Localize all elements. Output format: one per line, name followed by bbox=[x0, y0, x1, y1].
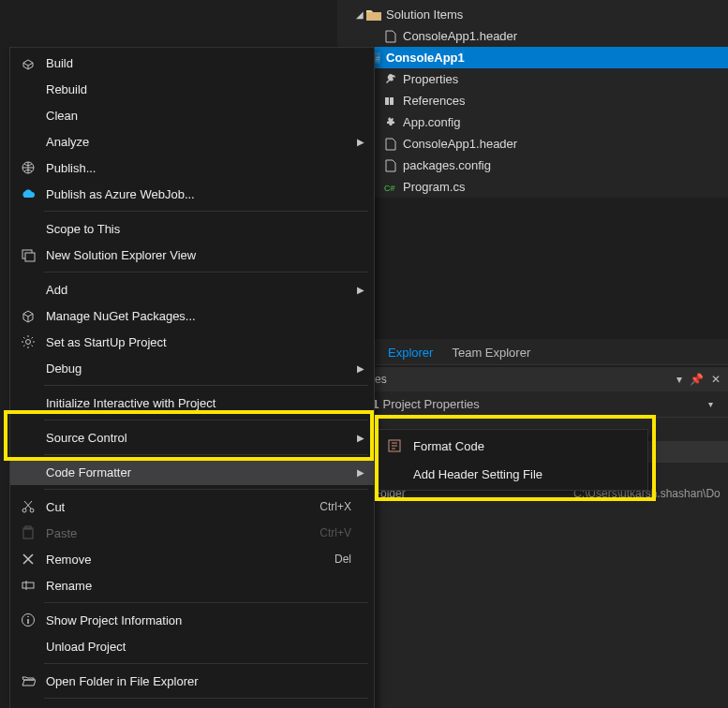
menu-separator bbox=[44, 489, 368, 490]
tree-item-appconfig[interactable]: App.config bbox=[337, 111, 728, 133]
tree-item-project-selected[interactable]: ◢ C# ConsoleApp1 bbox=[337, 47, 728, 68]
menu-item-clean[interactable]: Clean bbox=[10, 102, 374, 128]
menu-item-show-project-information[interactable]: Show Project Information bbox=[10, 607, 374, 633]
nuget-icon bbox=[16, 306, 40, 325]
globe-icon bbox=[16, 158, 40, 177]
svg-text:C#: C# bbox=[384, 184, 395, 193]
submenu-arrow-icon: ▶ bbox=[351, 137, 364, 147]
rename-icon bbox=[16, 576, 40, 595]
menu-item-label: Cut bbox=[40, 500, 319, 514]
menu-item-manage-nuget-packages[interactable]: Manage NuGet Packages... bbox=[10, 302, 374, 329]
menu-item-label: Manage NuGet Packages... bbox=[40, 309, 351, 323]
tree-label: Solution Items bbox=[386, 7, 463, 22]
properties-object-selector[interactable]: App1 Project Properties ▾ bbox=[337, 391, 728, 418]
menu-item-rename[interactable]: Rename bbox=[10, 572, 374, 598]
menu-item-label: Rename bbox=[40, 579, 351, 593]
menu-item-label: Clean bbox=[40, 109, 351, 123]
menu-item-remove[interactable]: RemoveDel bbox=[10, 546, 374, 572]
menu-item-label: Set as StartUp Project bbox=[40, 335, 351, 349]
pin-icon[interactable]: 📌 bbox=[690, 373, 704, 386]
info-icon bbox=[16, 611, 40, 629]
config-file-icon bbox=[382, 158, 399, 173]
solution-explorer-tree: ◢ Solution Items ConsoleApp1.header ◢ C#… bbox=[337, 0, 728, 198]
chevron-down-icon: ▾ bbox=[708, 399, 722, 409]
menu-item-properties[interactable]: PropertiesAlt+Enter bbox=[10, 702, 374, 708]
menu-item-label: Publish as Azure WebJob... bbox=[40, 187, 351, 201]
tree-label: packages.config bbox=[403, 158, 491, 172]
tree-item-packages[interactable]: packages.config bbox=[337, 155, 728, 176]
menu-separator bbox=[44, 211, 368, 212]
menu-item-unload-project[interactable]: Unload Project bbox=[10, 633, 374, 659]
tree-item-header-file[interactable]: ConsoleApp1.header bbox=[337, 25, 728, 47]
menu-item-label: Remove bbox=[40, 553, 334, 567]
menu-separator bbox=[44, 663, 368, 664]
properties-header-label: es bbox=[375, 373, 387, 386]
menu-item-paste: PasteCtrl+V bbox=[10, 520, 374, 546]
expand-toggle-icon[interactable]: ◢ bbox=[354, 9, 365, 20]
menu-separator bbox=[44, 420, 368, 420]
tab-team-explorer[interactable]: Team Explorer bbox=[442, 341, 540, 364]
tree-item-solution-items[interactable]: ◢ Solution Items bbox=[337, 4, 728, 25]
close-icon[interactable]: ✕ bbox=[711, 373, 721, 386]
menu-item-source-control[interactable]: Source Control▶ bbox=[10, 424, 374, 450]
tree-label: Program.cs bbox=[403, 180, 465, 194]
submenu-arrow-icon: ▶ bbox=[351, 363, 364, 374]
menu-item-initialize-interactive-with-project[interactable]: Initialize Interactive with Project bbox=[10, 390, 374, 416]
menu-item-label: Source Control bbox=[40, 431, 351, 445]
blank-icon bbox=[16, 280, 40, 299]
panel-tabstrip: Explorer Team Explorer bbox=[337, 339, 728, 365]
menu-item-label: Add bbox=[40, 283, 351, 297]
menu-item-label: Initialize Interactive with Project bbox=[40, 396, 351, 410]
menu-item-label: Build bbox=[40, 56, 351, 70]
csharp-file-icon: C# bbox=[382, 180, 399, 195]
menu-separator bbox=[44, 602, 368, 603]
blank-icon bbox=[16, 637, 40, 656]
references-icon bbox=[382, 94, 399, 109]
tree-label: ConsoleApp1 bbox=[386, 51, 465, 65]
tree-label: App.config bbox=[403, 115, 460, 129]
svg-rect-3 bbox=[390, 97, 394, 105]
tab-explorer[interactable]: Explorer bbox=[379, 341, 442, 364]
menu-item-set-as-startup-project[interactable]: Set as StartUp Project bbox=[10, 329, 374, 355]
menu-item-publish-as-azure-webjob[interactable]: Publish as Azure WebJob... bbox=[10, 181, 374, 207]
menu-item-scope-to-this[interactable]: Scope to This bbox=[10, 215, 374, 242]
menu-item-debug[interactable]: Debug▶ bbox=[10, 355, 374, 381]
menu-item-analyze[interactable]: Analyze▶ bbox=[10, 128, 374, 155]
menu-item-label: Rebuild bbox=[40, 82, 351, 96]
project-context-menu: BuildRebuildCleanAnalyze▶Publish...Publi… bbox=[9, 47, 375, 708]
tree-label: ConsoleApp1.header bbox=[403, 29, 517, 43]
menu-item-open-folder-in-file-explorer[interactable]: Open Folder in File Explorer bbox=[10, 668, 374, 694]
menu-item-label: Show Project Information bbox=[40, 613, 351, 627]
menu-item-label: Debug bbox=[40, 361, 351, 376]
menu-item-rebuild[interactable]: Rebuild bbox=[10, 76, 374, 102]
tree-item-references[interactable]: ▷ References bbox=[337, 90, 728, 111]
tree-item-header-file-2[interactable]: ConsoleApp1.header bbox=[337, 133, 728, 155]
blank-icon bbox=[16, 80, 40, 98]
code-formatter-submenu: Format CodeAdd Header Setting File bbox=[375, 429, 648, 491]
menu-item-publish[interactable]: Publish... bbox=[10, 155, 374, 181]
menu-separator bbox=[44, 454, 368, 455]
svg-rect-16 bbox=[22, 583, 34, 588]
menu-item-new-solution-explorer-view[interactable]: New Solution Explorer View bbox=[10, 242, 374, 268]
openfolder-icon bbox=[16, 671, 40, 690]
submenu-arrow-icon: ▶ bbox=[351, 285, 364, 295]
svg-rect-10 bbox=[25, 253, 35, 261]
menu-separator bbox=[44, 385, 368, 386]
tree-item-properties[interactable]: ▷ Properties bbox=[337, 68, 728, 90]
menu-item-build[interactable]: Build bbox=[10, 50, 374, 76]
cloud-icon bbox=[16, 184, 40, 203]
menu-item-label: Code Formatter bbox=[40, 465, 351, 479]
format-icon bbox=[381, 436, 408, 455]
file-icon bbox=[382, 29, 399, 44]
menu-item-code-formatter[interactable]: Code Formatter▶ bbox=[10, 459, 374, 485]
menu-item-add[interactable]: Add▶ bbox=[10, 276, 374, 302]
submenu-item-format-code[interactable]: Format Code bbox=[376, 432, 647, 460]
menu-separator bbox=[44, 272, 368, 273]
tree-item-program[interactable]: C# Program.cs bbox=[337, 176, 728, 198]
svg-point-12 bbox=[22, 509, 26, 512]
submenu-item-add-header-setting-file[interactable]: Add Header Setting File bbox=[376, 460, 647, 488]
gear-icon bbox=[16, 332, 40, 351]
dropdown-icon[interactable]: ▾ bbox=[676, 373, 682, 386]
menu-item-cut[interactable]: CutCtrl+X bbox=[10, 494, 374, 520]
wrench-icon bbox=[382, 72, 399, 87]
